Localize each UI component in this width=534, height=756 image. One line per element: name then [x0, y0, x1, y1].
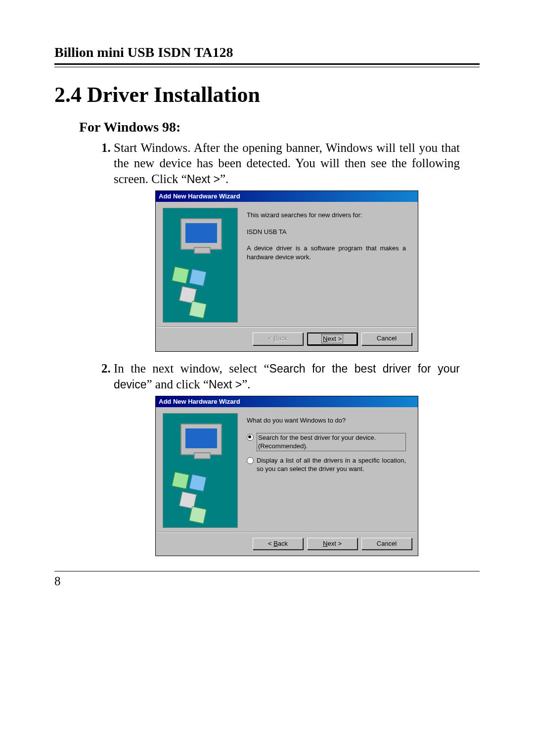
back-rest: ack: [278, 334, 288, 342]
header-rule: [54, 63, 480, 67]
next-button[interactable]: Next >: [307, 538, 357, 550]
next-button[interactable]: Next >: [307, 332, 357, 345]
floppy-icon: [189, 301, 207, 319]
section-title: 2.4 Driver Installation: [54, 82, 480, 107]
step-2: In the next window, select “Search for t…: [114, 361, 460, 556]
monitor-icon: [180, 424, 222, 455]
monitor-icon: [180, 218, 222, 250]
floppy-icon: [189, 474, 207, 492]
wizard-1-illustration: [163, 208, 238, 323]
wizard-1-dialog: Add New Hardware Wizard This wizard sear…: [155, 190, 418, 352]
back-button[interactable]: < Back: [253, 538, 303, 550]
step-1-text-b: ”.: [220, 172, 228, 186]
next-rest: ext >: [327, 335, 342, 342]
wizard-2-illustration: [163, 413, 238, 528]
step-2-text-a: In the next window, select “: [114, 362, 269, 375]
radio-option-1-line2: (Recommended).: [258, 442, 308, 450]
radio-option-2-label: Display a list of all the drivers in a s…: [257, 456, 406, 473]
page-number: 8: [54, 571, 480, 588]
step-2-next-label: Next >: [209, 378, 242, 391]
floppy-icon: [172, 266, 189, 284]
radio-icon: [247, 457, 254, 464]
back-accesskey: B: [273, 540, 278, 547]
step-1-text-a: Start Windows. After the opening banner,…: [114, 141, 460, 186]
wizard-1-titlebar: Add New Hardware Wizard: [156, 191, 418, 202]
next-rest: ext >: [327, 540, 342, 547]
step-1-next-label: Next >: [187, 173, 220, 186]
back-accesskey: B: [273, 334, 278, 342]
radio-icon: [247, 434, 254, 441]
wizard-1-line1: This wizard searches for new drivers for…: [247, 211, 406, 220]
subheading-windows98: For Windows 98:: [79, 119, 480, 135]
floppy-icon: [189, 506, 207, 524]
back-rest: ack: [278, 540, 288, 547]
step-2-text-c: ”.: [242, 378, 250, 391]
floppy-icon: [172, 472, 189, 489]
cancel-button[interactable]: Cancel: [361, 538, 412, 550]
wizard-2-titlebar: Add New Hardware Wizard: [156, 396, 418, 407]
next-accesskey: N: [323, 335, 327, 342]
back-button: < Back: [253, 332, 303, 345]
next-accesskey: N: [323, 540, 327, 547]
document-header: Billion mini USB ISDN TA128: [54, 45, 480, 63]
radio-option-search-best[interactable]: Search for the best driver for your devi…: [247, 433, 406, 451]
radio-option-1-line1: Search for the best driver for your devi…: [258, 434, 376, 441]
radio-option-display-list[interactable]: Display a list of all the drivers in a s…: [247, 456, 406, 473]
cancel-button[interactable]: Cancel: [361, 332, 412, 345]
step-1: Start Windows. After the opening banner,…: [114, 140, 460, 352]
wizard-2-prompt: What do you want Windows to do?: [247, 416, 406, 425]
wizard-1-line2: A device driver is a software program th…: [247, 244, 406, 261]
step-2-text-b: ” and click “: [146, 378, 209, 391]
floppy-icon: [189, 269, 207, 286]
wizard-2-dialog: Add New Hardware Wizard What do you want…: [155, 396, 418, 557]
wizard-1-device-name: ISDN USB TA: [247, 228, 406, 236]
